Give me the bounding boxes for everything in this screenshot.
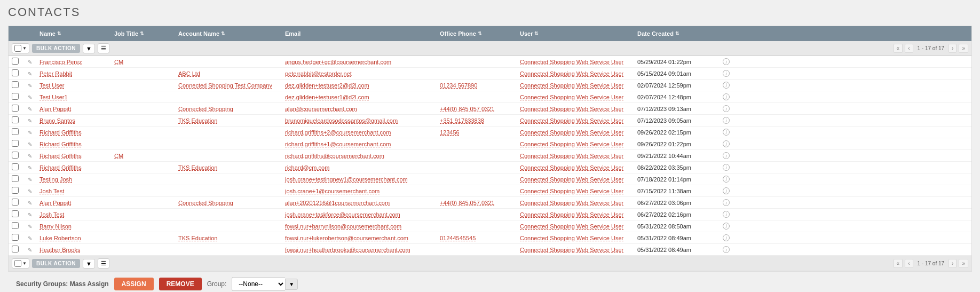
- edit-icon[interactable]: ✎: [28, 94, 32, 100]
- select-all-checkbox-bottom[interactable]: [14, 260, 21, 267]
- row-checkbox[interactable]: [12, 222, 19, 229]
- user-link[interactable]: Connected Shopping Web Service User: [520, 200, 623, 206]
- edit-icon[interactable]: ✎: [28, 177, 32, 183]
- assign-button[interactable]: ASSIGN: [114, 278, 154, 290]
- row-checkbox[interactable]: [12, 105, 19, 112]
- info-icon[interactable]: i: [723, 58, 730, 65]
- row-checkbox[interactable]: [12, 116, 19, 123]
- col-header-name[interactable]: Name ⇅: [36, 26, 111, 41]
- row-checkbox[interactable]: [12, 152, 19, 159]
- info-icon[interactable]: i: [723, 164, 730, 171]
- phone-link[interactable]: 123456: [440, 129, 460, 136]
- info-icon[interactable]: i: [723, 93, 730, 100]
- info-icon[interactable]: i: [723, 140, 730, 147]
- group-select[interactable]: --None--: [232, 277, 285, 291]
- row-checkbox[interactable]: [12, 163, 19, 170]
- phone-link[interactable]: +44(0) 845 057 0321: [440, 106, 494, 112]
- row-checkbox[interactable]: [12, 81, 19, 88]
- contact-name-link[interactable]: Richard Griffiths: [39, 164, 82, 171]
- email-link[interactable]: peterrabbit@testorder.net: [285, 70, 352, 77]
- col-header-user[interactable]: User ⇅: [517, 26, 634, 41]
- edit-icon[interactable]: ✎: [28, 141, 32, 147]
- email-link[interactable]: alan+20201216@1coursemerchant.com: [285, 200, 390, 206]
- info-icon[interactable]: i: [723, 152, 730, 159]
- sort-account-icon[interactable]: ⇅: [221, 31, 225, 36]
- jobtitle-link[interactable]: CM: [114, 153, 123, 159]
- user-link[interactable]: Connected Shopping Web Service User: [520, 247, 623, 253]
- info-icon[interactable]: i: [723, 199, 730, 206]
- email-link[interactable]: richard.griffiths+2@coursemerchant.com: [285, 129, 391, 136]
- contact-name-link[interactable]: Bruno Santos: [39, 117, 75, 124]
- account-link[interactable]: Connected Shopping: [178, 106, 233, 112]
- sort-user-icon[interactable]: ⇅: [534, 31, 539, 36]
- email-link[interactable]: fowsi.nur+barrynilson@coursemerchant.com: [285, 223, 401, 230]
- email-link[interactable]: brunomiguelcardosodossantos@gmail.com: [285, 117, 398, 124]
- first-page-bottom[interactable]: «: [894, 259, 903, 268]
- bulk-action-button[interactable]: BULK ACTION: [32, 44, 80, 53]
- user-link[interactable]: Connected Shopping Web Service User: [520, 211, 623, 218]
- contact-name-link[interactable]: Richard Griffiths: [39, 153, 82, 159]
- contact-name-link[interactable]: Richard Griffiths: [39, 141, 82, 147]
- bulk-select-arrow[interactable]: ▼: [22, 46, 27, 51]
- col-header-account[interactable]: Account Name ⇅: [175, 26, 282, 41]
- col-header-phone[interactable]: Office Phone ⇅: [437, 26, 517, 41]
- contact-name-link[interactable]: Richard Griffiths: [39, 129, 82, 136]
- contact-name-link[interactable]: Testing Josh: [39, 176, 72, 183]
- sort-date-icon[interactable]: ⇅: [675, 31, 679, 36]
- sort-jobtitle-icon[interactable]: ⇅: [140, 31, 144, 36]
- jobtitle-link[interactable]: CM: [114, 59, 123, 65]
- edit-icon[interactable]: ✎: [28, 247, 32, 253]
- info-icon[interactable]: i: [723, 105, 730, 112]
- group-dropdown-button[interactable]: ▼: [285, 279, 298, 290]
- user-link[interactable]: Connected Shopping Web Service User: [520, 117, 623, 124]
- user-link[interactable]: Connected Shopping Web Service User: [520, 70, 623, 77]
- row-checkbox[interactable]: [12, 210, 19, 217]
- info-icon[interactable]: i: [723, 223, 730, 230]
- contact-name-link[interactable]: Alan Poppitt: [39, 106, 71, 112]
- row-checkbox[interactable]: [12, 199, 19, 206]
- edit-icon[interactable]: ✎: [28, 59, 32, 65]
- account-link[interactable]: Connected Shopping: [178, 200, 233, 206]
- sort-phone-icon[interactable]: ⇅: [478, 31, 482, 36]
- email-link[interactable]: dez.glidden+testuser1@d2l.com: [285, 94, 369, 100]
- edit-icon[interactable]: ✎: [28, 71, 32, 77]
- info-icon[interactable]: i: [723, 129, 730, 136]
- edit-icon[interactable]: ✎: [28, 212, 32, 218]
- col-header-date[interactable]: Date Created ⇅: [634, 26, 720, 41]
- account-link[interactable]: TKS Education: [178, 164, 217, 171]
- email-link[interactable]: josh.crane+1@coursemerchant.com: [285, 188, 380, 194]
- phone-link[interactable]: 01234 567890: [440, 82, 477, 89]
- edit-icon[interactable]: ✎: [28, 224, 32, 230]
- row-checkbox[interactable]: [12, 246, 19, 252]
- user-link[interactable]: Connected Shopping Web Service User: [520, 82, 623, 89]
- bulk-select-arrow-bottom[interactable]: ▼: [22, 261, 27, 266]
- user-link[interactable]: Connected Shopping Web Service User: [520, 176, 623, 183]
- row-checkbox[interactable]: [12, 234, 19, 241]
- filter-button-bottom[interactable]: ▼: [83, 259, 95, 269]
- user-link[interactable]: Connected Shopping Web Service User: [520, 141, 623, 147]
- account-link[interactable]: TKS Education: [178, 117, 217, 124]
- edit-icon[interactable]: ✎: [28, 200, 32, 206]
- info-icon[interactable]: i: [723, 70, 730, 77]
- contact-name-link[interactable]: Francisco Perez: [39, 59, 82, 65]
- row-checkbox[interactable]: [12, 128, 19, 135]
- user-link[interactable]: Connected Shopping Web Service User: [520, 106, 623, 112]
- info-icon[interactable]: i: [723, 234, 730, 241]
- info-icon[interactable]: i: [723, 117, 730, 124]
- contact-name-link[interactable]: Peter Rabbit: [39, 70, 72, 77]
- phone-link[interactable]: +44(0) 845.057.0321: [440, 200, 494, 206]
- row-checkbox[interactable]: [12, 58, 19, 65]
- user-link[interactable]: Connected Shopping Web Service User: [520, 188, 623, 194]
- prev-page-top[interactable]: ‹: [905, 44, 913, 53]
- bulk-select-dropdown[interactable]: ▼: [12, 43, 29, 53]
- info-icon[interactable]: i: [723, 176, 730, 183]
- bulk-action-button-bottom[interactable]: BULK ACTION: [32, 259, 80, 268]
- next-page-bottom[interactable]: ›: [949, 259, 957, 268]
- account-link[interactable]: TKS Education: [178, 235, 217, 241]
- remove-button[interactable]: REMOVE: [159, 278, 202, 290]
- edit-icon[interactable]: ✎: [28, 106, 32, 112]
- email-link[interactable]: fowsi.nur+heatherbrooks@coursemerchant.c…: [285, 247, 410, 253]
- email-link[interactable]: angus.hedger+gc@coursemerchant.com: [285, 59, 391, 65]
- last-page-top[interactable]: »: [959, 44, 968, 53]
- user-link[interactable]: Connected Shopping Web Service User: [520, 59, 623, 65]
